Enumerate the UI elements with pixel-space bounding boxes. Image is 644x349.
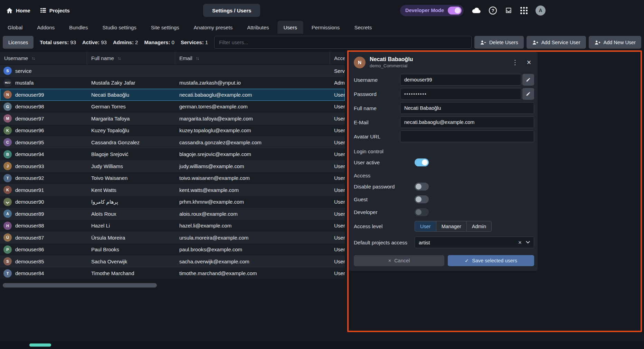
nav-projects[interactable]: Projects [40, 8, 70, 13]
save-selected-users-button[interactable]: ✓ Save selected users [448, 255, 534, 266]
stat-value: 2 [134, 39, 138, 45]
column-header-full-name[interactable]: Full name↑↓ [87, 52, 175, 65]
tab-site-settings[interactable]: Site settings [145, 21, 186, 34]
horizontal-scrollbar[interactable] [3, 283, 157, 288]
table-row-demouser92[interactable]: Tdemouser92Toivo Waisanentoivo.waisanen@… [0, 172, 345, 184]
table-row-demouser84[interactable]: Tdemouser84Timothe Marchandtimothe.march… [0, 268, 345, 280]
cell-access-level: User [330, 246, 345, 252]
table-row-demouser94[interactable]: Bdemouser94Blagoje Srejovićblagoje.srejo… [0, 148, 345, 161]
table-row-demouser98[interactable]: Gdemouser98German Torresgerman.torres@ex… [0, 101, 345, 113]
toggle-row-guest: Guest [354, 195, 534, 203]
add-new-user-button[interactable]: Add New User [589, 36, 641, 49]
username-text: demouser89 [15, 211, 44, 217]
field-label: Password [354, 91, 400, 97]
cell-access-level: User [330, 163, 345, 169]
cell-access-level: User [330, 151, 345, 157]
tab-permissions[interactable]: Permissions [305, 21, 346, 34]
clear-selection-icon[interactable]: × [518, 240, 522, 245]
table-row-demouser99[interactable]: Ndemouser99Necati Babaoğlunecati.babaogl… [0, 89, 345, 101]
home-icon [6, 8, 13, 13]
status-bar [0, 341, 644, 349]
username-text: demouser88 [15, 223, 44, 229]
delete-users-button[interactable]: Delete Users [474, 36, 524, 49]
table-row-demouser96[interactable]: Kdemouser96Kuzey Topaloğlukuzey.topalogl… [0, 125, 345, 137]
close-panel-icon[interactable]: × [524, 59, 534, 66]
table-row-service[interactable]: SserviceService [0, 65, 345, 77]
field-input-e-mail[interactable] [400, 116, 534, 128]
table-row-demouser97[interactable]: Mdemouser97Margarita Tafoyamargarita.taf… [0, 113, 345, 125]
user-active-toggle[interactable] [415, 158, 429, 166]
table-row-demouser89[interactable]: Ademouser89Aloïs Rouxalois.roux@example.… [0, 208, 345, 220]
chevron-down-icon[interactable] [526, 241, 530, 244]
table-row-demouser90[interactable]: پdemouser90پرهام کامرواprhm.khmrw@exampl… [0, 196, 345, 208]
tab-anatomy-presets[interactable]: Anatomy presets [188, 21, 239, 34]
table-row-demouser88[interactable]: Hdemouser88Hazel Lihazel.li@example.comU… [0, 220, 345, 232]
table-row-demouser85[interactable]: Sdemouser85Sacha Overwijksacha.overwijk@… [0, 255, 345, 268]
field-input-username[interactable] [400, 74, 521, 86]
cell-full-name: Necati Babaoğlu [87, 92, 175, 98]
tab-studio-settings[interactable]: Studio settings [96, 21, 142, 34]
cell-full-name: Toivo Waisanen [87, 175, 175, 181]
access-level-option-manager[interactable]: Manager [436, 221, 467, 232]
cancel-button[interactable]: × Cancel [354, 255, 444, 266]
tab-secrets[interactable]: Secrets [348, 21, 378, 34]
tab-attributes[interactable]: Attributes [241, 21, 275, 34]
filter-users-input[interactable] [214, 36, 472, 49]
kebab-menu-icon[interactable]: ⋮ [511, 58, 520, 66]
cell-username: Ndemouser99 [0, 90, 87, 99]
add-service-user-button[interactable]: Add Service User [527, 36, 586, 49]
tab-bundles[interactable]: Bundles [63, 21, 94, 34]
field-input-password[interactable] [400, 88, 521, 100]
edit-password-button[interactable] [522, 88, 534, 100]
sort-icon[interactable]: ↑↓ [31, 56, 35, 61]
cell-username: Kdemouser96 [0, 126, 87, 135]
column-header-email[interactable]: Email↑↓ [175, 52, 330, 65]
toggle-label: User active [354, 159, 415, 165]
table-row-demouser91[interactable]: Kdemouser91Kent Wattskent.watts@example.… [0, 184, 345, 196]
default-projects-access-select[interactable]: artist × [415, 236, 534, 248]
cell-full-name: پرهام کامروا [87, 199, 175, 205]
guest-toggle[interactable] [415, 195, 429, 203]
inbox-icon[interactable] [505, 7, 512, 14]
projects-icon [40, 8, 46, 13]
developer-mode-pill[interactable]: Developer Mode [400, 5, 464, 16]
sort-icon[interactable]: ↑↓ [196, 56, 199, 61]
edit-username-button[interactable] [522, 74, 534, 86]
licenses-button[interactable]: Licenses [3, 36, 34, 49]
detail-subtitle: demo_Commercial [370, 63, 506, 68]
column-header-username[interactable]: Username↑↓ [0, 52, 87, 65]
table-row-mustafa[interactable]: MZJmustafaMustafa Zaky Jafarmustafa.zark… [0, 77, 345, 89]
disable-password-toggle[interactable] [415, 183, 429, 191]
nav-home[interactable]: Home [6, 8, 30, 13]
sort-icon[interactable]: ↑↓ [117, 56, 121, 61]
tab-users[interactable]: Users [277, 21, 303, 34]
access-level-option-user[interactable]: User [415, 221, 436, 232]
tab-addons[interactable]: Addons [31, 21, 61, 34]
field-input-full-name[interactable] [400, 102, 534, 114]
cell-access-level: User [330, 139, 345, 145]
table-row-demouser93[interactable]: Jdemouser93Judy Williamsjudy.williams@ex… [0, 160, 345, 172]
developer-mode-toggle[interactable] [448, 7, 462, 14]
cloud-icon[interactable] [472, 7, 481, 14]
cell-username: Údemouser87 [0, 233, 87, 242]
column-header-access-level[interactable]: Access level [330, 52, 345, 65]
username-text: demouser94 [15, 151, 44, 157]
apps-grid-icon[interactable] [520, 7, 528, 14]
panel-actions: × Cancel ✓ Save selected users [354, 255, 534, 266]
developer-toggle[interactable] [415, 208, 429, 216]
access-level-option-admin[interactable]: Admin [466, 221, 492, 232]
cell-username: Hdemouser88 [0, 222, 87, 230]
tab-global[interactable]: Global [1, 21, 29, 34]
table-row-demouser95[interactable]: Cdemouser95Cassandra Gonzalezcassandra.g… [0, 136, 345, 148]
field-input-avatar-url[interactable] [400, 130, 534, 142]
table-row-demouser86[interactable]: Pdemouser86Paul Brookspaul.brooks@exampl… [0, 244, 345, 256]
user-detail-panel: N Necati Babaoğlu demo_Commercial ⋮ × Us… [349, 52, 538, 271]
nav-home-label: Home [16, 8, 30, 13]
account-avatar[interactable]: A [536, 6, 546, 16]
cell-full-name: Cassandra Gonzalez [87, 139, 175, 145]
settings-users-breadcrumb[interactable]: Settings / Users [203, 4, 260, 17]
help-icon[interactable]: ? [489, 7, 497, 14]
toggle-row-disable-password: Disable password [354, 183, 534, 191]
column-label: Email [179, 55, 192, 61]
table-row-demouser87[interactable]: Údemouser87Úrsula Moreiraursula.moreira@… [0, 232, 345, 244]
